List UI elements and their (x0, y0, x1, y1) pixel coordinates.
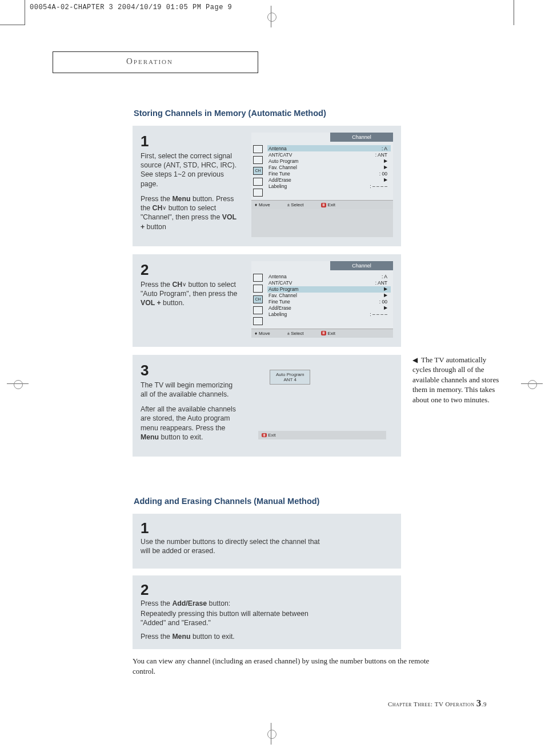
step1-text-1: First, select the correct signal source … (141, 151, 241, 189)
sec2-step2-number: 2 (141, 581, 393, 599)
menu-pill-icon: Ⅲ (262, 433, 267, 437)
step3-text-2: After all the available channels are sto… (141, 405, 241, 442)
sec2-step1-number: 1 (141, 519, 393, 537)
step1-text-2: Press the Menu button. Press the CH∨ but… (141, 194, 241, 231)
menu-pill-icon: Ⅲ (321, 331, 326, 335)
osd-row-finetune: Fine Tune: 00 (267, 170, 391, 177)
side-note: ◀The TV automatically cycles through all… (412, 355, 504, 465)
osd-menu-step1: Channel CH Antenna: A ANT/CATV: ANT Auto… (251, 133, 393, 237)
osd-row-antenna: Antenna: A (267, 274, 391, 280)
step1-number: 1 (141, 133, 241, 150)
sec2-step2-card: 2 Press the Add/Erase button: Repeatedly… (133, 575, 401, 650)
sec2-step2-text1: Press the Add/Erase button: (141, 599, 393, 608)
registration-mark-left (13, 379, 23, 389)
section1-title: Storing Channels in Memory (Automatic Me… (134, 109, 504, 118)
osd-title: Channel (330, 261, 393, 270)
page-footer: Chapter Three: TV Operation 3.9 (388, 698, 487, 709)
section-header-label: Operation (126, 57, 173, 66)
updown-icon: ♦ (255, 331, 257, 336)
osd-title: Channel (330, 133, 393, 142)
sec2-step2-text3: Press the Menu button to exit. (141, 632, 393, 641)
osd-icon-ch: CH (253, 167, 263, 175)
osd-row-antcatv: ANT/CATV: ANT (267, 151, 391, 158)
osd3-box: Auto Program ANT 4 (270, 370, 310, 385)
osd-row-favch: Fav. Channel▶ (267, 293, 391, 299)
triangle-left-icon: ◀ (412, 356, 418, 364)
osd-icon-1 (253, 274, 263, 282)
osd-row-adderase: Add/Erase▶ (267, 177, 391, 183)
osd-footer: ♦Move ± Select ⅢExit (251, 329, 393, 338)
osd-icon-1 (253, 145, 263, 153)
registration-mark-right (527, 379, 537, 389)
section2-footnote: You can view any channel (including an e… (133, 656, 452, 676)
osd-row-antenna: Antenna: A (267, 145, 391, 151)
osd-sidebar-icons: CH (251, 142, 265, 200)
step2-card: 2 Press the CH∨ button to select "Auto P… (133, 254, 401, 347)
osd-icon-ch: CH (253, 295, 263, 303)
osd-icon-4 (253, 306, 263, 314)
osd-icon-2 (253, 156, 263, 164)
sec2-step1-card: 1 Use the number buttons to directly sel… (133, 514, 401, 568)
registration-mark-top (266, 11, 276, 22)
step3-text-1: The TV will begin memorizing all of the … (141, 381, 241, 399)
step1-card: 1 First, select the correct signal sourc… (133, 126, 401, 246)
osd-row-autoprog: Auto Program▶ (267, 158, 391, 164)
updown-icon: ♦ (255, 202, 257, 207)
osd-icon-2 (253, 285, 263, 293)
osd-icon-4 (253, 178, 263, 186)
section2-title: Adding and Erasing Channels (Manual Meth… (134, 497, 504, 506)
osd-row-adderase: Add/Erase▶ (267, 305, 391, 311)
crop-mark-tr (514, 0, 514, 25)
menu-pill-icon: Ⅲ (321, 203, 326, 207)
page-meta-header: 00054A-02-CHAPTER 3 2004/10/19 01:05 PM … (30, 4, 232, 11)
step3-card: 3 The TV will begin memorizing all of th… (133, 355, 401, 457)
step2-text: Press the CH∨ button to select "Auto Pro… (141, 280, 241, 308)
osd-footer: ♦Move ± Select ⅢExit (251, 200, 393, 209)
osd-sidebar-icons: CH (251, 270, 265, 329)
osd-row-favch: Fav. Channel▶ (267, 164, 391, 170)
chevron-down-icon: ∨ (182, 282, 186, 287)
osd-row-antcatv: ANT/CATV: ANT (267, 280, 391, 286)
osd-autoprogram: Auto Program ANT 4 Ⅲ Exit (251, 362, 393, 447)
registration-mark-bottom (266, 729, 276, 739)
osd-icon-5 (253, 189, 263, 197)
crop-mark-tl (0, 0, 25, 25)
sec2-step1-text: Use the number buttons to directly selec… (141, 537, 329, 555)
section-header-box: Operation (53, 51, 258, 73)
osd-menu-step2: Channel CH Antenna: A ANT/CATV: ANT Auto… (251, 261, 393, 338)
osd-icon-5 (253, 317, 263, 325)
osd3-footer: Ⅲ Exit (258, 431, 386, 439)
osd-row-labeling: Labeling: – – – – (267, 183, 391, 189)
step3-number: 3 (141, 362, 241, 379)
chevron-down-icon: ∨ (162, 205, 166, 211)
osd-row-finetune: Fine Tune: 00 (267, 299, 391, 305)
osd-row-autoprog: Auto Program▶ (267, 286, 391, 293)
sec2-step2-text2: Repeatedly pressing this button will alt… (141, 609, 329, 627)
osd-row-labeling: Labeling: – – – – (267, 311, 391, 318)
step2-number: 2 (141, 261, 241, 279)
